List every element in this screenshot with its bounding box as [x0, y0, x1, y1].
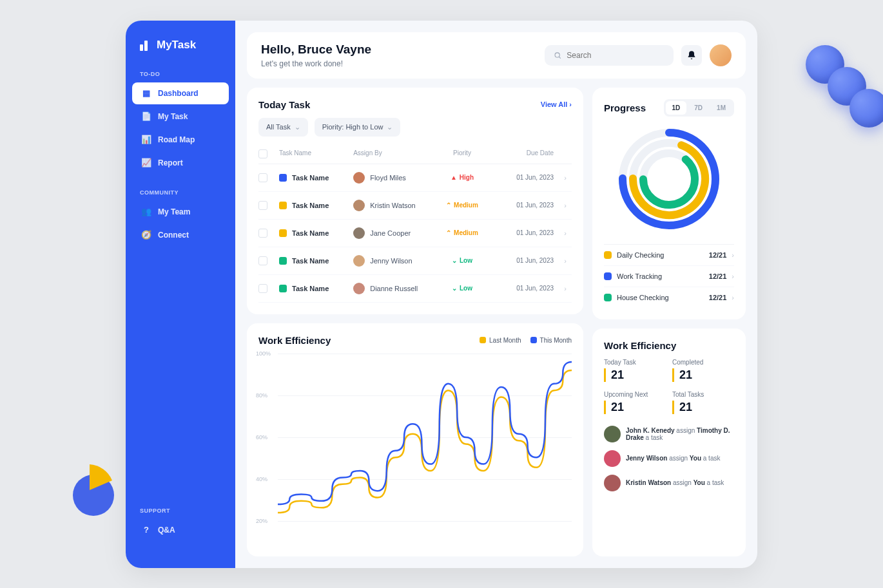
task-row[interactable]: Task NameDianne Russell⌄ Low01 Jun, 2023…	[258, 275, 572, 303]
progress-card: Progress 1D7D1M Daily Checkin	[592, 88, 746, 319]
search-input[interactable]	[567, 51, 665, 60]
chevron-right-icon: ›	[732, 251, 734, 259]
progress-value: 12/21	[709, 272, 727, 280]
progress-item[interactable]: Work Tracking12/21›	[604, 265, 734, 287]
task-priority: ⌄ Low	[433, 257, 490, 264]
task-checkbox[interactable]	[258, 284, 267, 293]
chart-icon: 📊	[141, 135, 151, 145]
progress-value: 12/21	[709, 251, 727, 259]
y-axis-label: 40%	[256, 476, 267, 482]
priority-icon: ⌄	[452, 285, 457, 292]
nav-item-road-map[interactable]: 📊Road Map	[132, 129, 229, 151]
nav-item-report[interactable]: 📈Report	[132, 152, 229, 174]
time-tab-1m[interactable]: 1M	[710, 101, 732, 115]
assignee-avatar	[353, 200, 365, 211]
activity-item: Jenny Wilson assign You a task	[604, 450, 734, 467]
nav-label: Q&A	[158, 526, 175, 535]
progress-label: House Checking	[617, 294, 704, 301]
user-avatar[interactable]	[710, 44, 732, 66]
nav-label: Report	[158, 158, 183, 167]
task-priority: ⌄ Low	[433, 285, 490, 292]
task-priority: ⌃ Medium	[433, 229, 490, 236]
activity-avatar	[604, 475, 621, 491]
nav-heading: TO-DO	[126, 64, 235, 81]
chevron-right-icon[interactable]: ›	[559, 174, 572, 182]
efficiency-title: Work Efficiency	[258, 335, 331, 346]
brand-icon	[140, 39, 151, 51]
stat-value: 21	[672, 368, 734, 382]
svg-point-8	[73, 475, 114, 516]
task-name-text: Task Name	[292, 229, 329, 237]
view-all-link[interactable]: View All›	[541, 100, 572, 108]
priority-icon: ⌄	[452, 257, 457, 264]
chevron-right-icon: ›	[569, 100, 572, 108]
nav-item-my-team[interactable]: 👥My Team	[132, 201, 229, 223]
nav-item-q&a[interactable]: ?Q&A	[132, 519, 229, 541]
time-tab-1d[interactable]: 1D	[666, 101, 687, 115]
chevron-right-icon: ›	[732, 294, 734, 301]
progress-dot	[604, 294, 612, 301]
chevron-right-icon[interactable]: ›	[559, 257, 572, 265]
activity-item: Kristin Watson assign You a task	[604, 475, 734, 491]
chevron-right-icon[interactable]: ›	[559, 285, 572, 292]
task-checkbox[interactable]	[258, 173, 267, 182]
select-all-checkbox[interactable]	[258, 149, 267, 158]
stat-label: Completed	[672, 359, 734, 366]
main-content: Hello, Bruce Vayne Let's get the work do…	[235, 21, 757, 568]
y-axis-label: 80%	[256, 392, 267, 399]
calendar-icon: 📈	[141, 158, 151, 168]
priority-icon: ⌃	[446, 202, 451, 209]
chevron-down-icon: ⌄	[295, 123, 300, 131]
task-row[interactable]: Task NameJenny Wilson⌄ Low01 Jun, 2023›	[258, 247, 572, 275]
nav-label: Dashboard	[158, 89, 199, 98]
notifications-button[interactable]	[681, 45, 702, 66]
efficiency-chart: 100%80%60%40%20%	[258, 354, 572, 534]
doc-icon: 📄	[141, 111, 151, 122]
activity-text: John K. Kenedy assign Timothy D. Drake a…	[626, 427, 734, 441]
filter-all-task[interactable]: All Task⌄	[258, 118, 308, 137]
activity-avatar	[604, 450, 621, 467]
chevron-right-icon[interactable]: ›	[559, 229, 572, 237]
nav-label: My Team	[158, 207, 190, 216]
nav-item-connect[interactable]: 🧭Connect	[132, 224, 229, 246]
activity-text: Jenny Wilson assign You a task	[626, 455, 720, 462]
svg-line-1	[559, 57, 560, 58]
task-row[interactable]: Task NameKristin Watson⌃ Medium01 Jun, 2…	[258, 192, 572, 220]
priority-icon: ⌃	[446, 229, 451, 236]
progress-item[interactable]: Daily Checking12/21›	[604, 244, 734, 265]
search-box[interactable]	[545, 45, 674, 66]
progress-item[interactable]: House Checking12/21›	[604, 287, 734, 308]
nav-item-dashboard[interactable]: ▦Dashboard	[132, 82, 229, 104]
work-eff-title: Work Efficiency	[604, 340, 734, 351]
stat-block: Upcoming Next21	[604, 391, 666, 414]
nav-item-my-task[interactable]: 📄My Task	[132, 106, 229, 128]
task-name-text: Task Name	[292, 257, 329, 265]
stat-block: Total Tasks21	[672, 391, 734, 414]
task-checkbox[interactable]	[258, 201, 267, 210]
y-axis-label: 20%	[256, 518, 267, 524]
efficiency-line-chart	[278, 354, 572, 534]
assignee-name: Dianne Russell	[370, 285, 418, 292]
task-row[interactable]: Task NameFloyd Miles▲ High01 Jun, 2023›	[258, 164, 572, 192]
chevron-right-icon[interactable]: ›	[559, 202, 572, 209]
time-tab-7d[interactable]: 7D	[688, 101, 709, 115]
assignee-avatar	[353, 172, 365, 184]
filter-priority[interactable]: Piority: High to Low⌄	[315, 118, 401, 137]
decorative-pie-chart	[64, 463, 122, 524]
task-due-date: 01 Jun, 2023	[496, 174, 554, 181]
nav-label: Connect	[158, 231, 189, 240]
greeting: Hello, Bruce Vayne Let's get the work do…	[261, 43, 371, 68]
activity-item: John K. Kenedy assign Timothy D. Drake a…	[604, 426, 734, 442]
assignee-avatar	[353, 283, 365, 294]
task-due-date: 01 Jun, 2023	[496, 285, 554, 292]
task-due-date: 01 Jun, 2023	[496, 229, 554, 236]
stat-label: Today Task	[604, 359, 666, 366]
task-name-text: Task Name	[292, 202, 329, 209]
task-row[interactable]: Task NameJane Cooper⌃ Medium01 Jun, 2023…	[258, 220, 572, 247]
progress-time-tabs: 1D7D1M	[664, 99, 735, 117]
efficiency-chart-card: Work Efficiency Last Month This Month 10…	[247, 323, 583, 556]
compass-icon: 🧭	[141, 230, 151, 240]
task-checkbox[interactable]	[258, 256, 267, 265]
work-efficiency-stats-card: Work Efficiency Today Task21Completed21U…	[592, 328, 746, 556]
task-checkbox[interactable]	[258, 229, 267, 238]
